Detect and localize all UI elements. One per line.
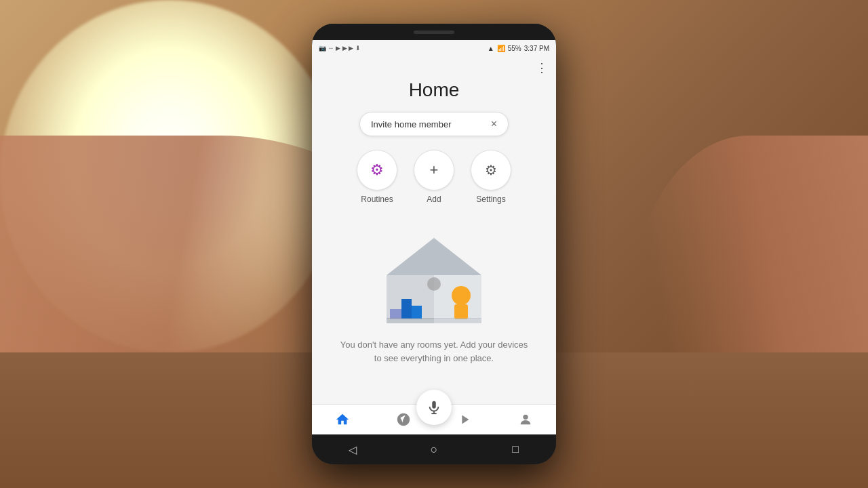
android-nav-bar: ◁ ○ □: [312, 434, 556, 464]
mic-icon: [427, 400, 441, 415]
house-svg: [373, 224, 495, 333]
routines-icon-circle: ⚙: [357, 150, 397, 190]
routines-button[interactable]: ⚙ Routines: [357, 150, 397, 204]
invite-banner-text: Invite home member: [371, 119, 452, 129]
notification-icons: 📷 ↔ ▶ ▶ ▶ ⬇: [319, 45, 361, 52]
account-nav-icon: [517, 411, 534, 428]
empty-line1: You don't have any rooms yet. Add your d…: [340, 340, 528, 350]
overflow-menu-button[interactable]: ⋮: [536, 62, 548, 74]
invite-close-button[interactable]: ×: [491, 118, 497, 130]
home-button[interactable]: ○: [426, 441, 442, 458]
back-button[interactable]: ◁: [344, 441, 361, 458]
recents-button[interactable]: □: [507, 441, 524, 458]
page-title: Home: [312, 77, 556, 112]
settings-icon-circle: ⚙: [471, 150, 511, 190]
phone-device: 📷 ↔ ▶ ▶ ▶ ⬇ ▲ 📶 55% 3:37 PM ⋮ Home Invit…: [312, 24, 556, 464]
svg-point-7: [452, 286, 471, 305]
empty-state-text: You don't have any rooms yet. Add your d…: [324, 333, 545, 370]
action-buttons-row: ⚙ Routines + Add ⚙ Settings: [312, 150, 556, 204]
battery-level: 55%: [508, 45, 521, 52]
app-header: ⋮: [312, 56, 556, 77]
phone-top-bar: [312, 24, 556, 40]
status-icons-right: ▲ 📶 55% 3:37 PM: [488, 45, 549, 52]
invite-banner[interactable]: Invite home member ×: [359, 112, 509, 136]
nav-media[interactable]: [456, 411, 473, 428]
time-display: 3:37 PM: [524, 45, 549, 52]
add-label: Add: [427, 195, 441, 204]
svg-rect-5: [412, 306, 422, 319]
nav-account[interactable]: [517, 411, 534, 428]
home-illustration: You don't have any rooms yet. Add your d…: [312, 218, 556, 404]
wifi-icon: ▲: [488, 45, 494, 52]
svg-rect-8: [454, 304, 468, 319]
signal-icon: 📶: [497, 45, 505, 52]
status-bar: 📷 ↔ ▶ ▶ ▶ ⬇ ▲ 📶 55% 3:37 PM: [312, 40, 556, 56]
routines-gear-icon: ⚙: [370, 161, 384, 179]
settings-gear-icon: ⚙: [485, 162, 497, 178]
svg-rect-9: [387, 318, 434, 323]
app-screen: ⋮ Home Invite home member × ⚙ Routines +…: [312, 56, 556, 434]
svg-rect-6: [390, 309, 401, 319]
svg-rect-4: [401, 299, 412, 319]
home-nav-icon: [334, 411, 351, 428]
microphone-fab[interactable]: [416, 390, 452, 425]
add-plus-icon: +: [430, 161, 439, 179]
nav-home[interactable]: [334, 411, 351, 428]
status-icons-left: 📷 ↔ ▶ ▶ ▶ ⬇: [319, 45, 361, 52]
media-nav-icon: [456, 411, 473, 428]
svg-point-14: [523, 415, 528, 420]
svg-rect-10: [434, 318, 481, 323]
routines-label: Routines: [361, 195, 393, 204]
settings-label: Settings: [476, 195, 505, 204]
phone-speaker: [414, 30, 454, 34]
add-button[interactable]: + Add: [414, 150, 454, 204]
back-icon: ◁: [349, 443, 357, 456]
empty-line2: to see everything in one place.: [374, 353, 494, 363]
add-icon-circle: +: [414, 150, 454, 190]
svg-marker-0: [387, 238, 481, 275]
recents-icon: □: [512, 443, 519, 455]
settings-button[interactable]: ⚙ Settings: [471, 150, 511, 204]
svg-point-3: [427, 277, 441, 291]
svg-rect-11: [432, 401, 436, 409]
home-icon: ○: [431, 443, 438, 457]
discover-nav-icon: [395, 411, 412, 428]
nav-discover[interactable]: [395, 411, 412, 428]
